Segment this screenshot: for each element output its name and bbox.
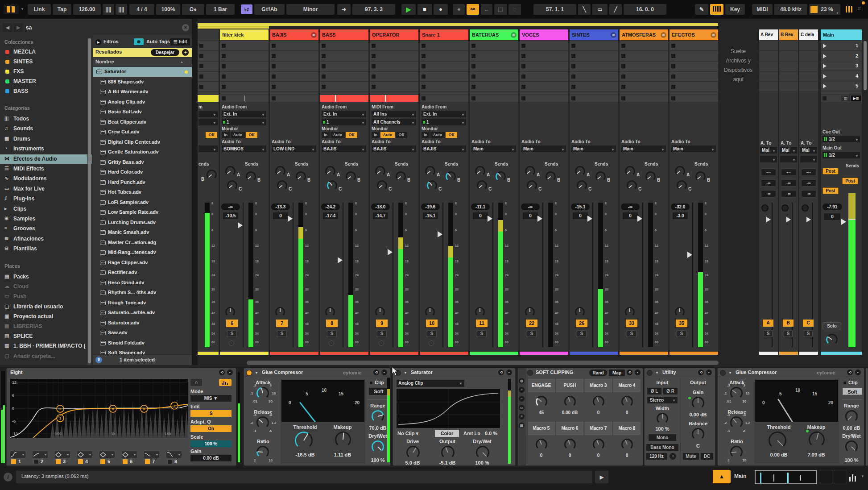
- clip-slot-partial[interactable]: [198, 92, 219, 95]
- track-header[interactable]: B Rev: [779, 29, 798, 40]
- clip-slot[interactable]: [779, 82, 798, 92]
- bass-audition-icon[interactable]: ∩: [670, 453, 676, 460]
- sidebar-item-place[interactable]: ▤Packs: [0, 272, 92, 282]
- solo-button[interactable]: S: [764, 330, 773, 337]
- save-preset-icon[interactable]: ▪: [706, 370, 712, 375]
- track-letter-button[interactable]: C: [803, 320, 814, 327]
- volume-fader-handle[interactable]: [288, 216, 293, 222]
- clip-slot-playing-row[interactable]: [570, 95, 618, 102]
- clip-slot[interactable]: [270, 72, 318, 82]
- fader-track[interactable]: [293, 203, 293, 347]
- clip-slot[interactable]: [220, 62, 269, 71]
- return-send-field[interactable]: -∞: [801, 179, 816, 187]
- follow-actions-icon[interactable]: ▶≣: [851, 96, 861, 101]
- clip-slot-playing-row[interactable]: [420, 95, 468, 102]
- send-knob-c[interactable]: [226, 179, 238, 191]
- phase-left-button[interactable]: Ø L: [647, 388, 661, 394]
- return-send-field[interactable]: -∞: [761, 190, 776, 197]
- volume-fader-handle[interactable]: [637, 216, 642, 222]
- clip-slot-partial[interactable]: [520, 92, 568, 95]
- send-knob-c[interactable]: [276, 179, 288, 191]
- track-number-button[interactable]: 7: [276, 320, 288, 327]
- volume-value-field[interactable]: -∞: [621, 203, 640, 210]
- send-knob-b[interactable]: [694, 170, 707, 183]
- send-knob-b[interactable]: [245, 170, 257, 183]
- clip-slot-playing-row[interactable]: [470, 95, 518, 102]
- gain-range-field[interactable]: 0: [273, 212, 288, 219]
- list-item[interactable]: Digital Clip Center.adv: [93, 137, 192, 147]
- clip-slot[interactable]: [320, 41, 368, 51]
- nudge-up-icon[interactable]: ||||: [116, 4, 127, 15]
- play-button[interactable]: ▶: [401, 4, 416, 15]
- chevron-down-icon[interactable]: ▼: [861, 474, 864, 478]
- clip-slot[interactable]: [759, 82, 778, 92]
- clip-slot-playing-row[interactable]: [370, 95, 418, 102]
- output-type-menu[interactable]: BAJIS▼: [322, 145, 366, 152]
- list-item[interactable]: Rough Tone.adv: [93, 298, 192, 308]
- browser-forward-button[interactable]: ▶: [13, 23, 23, 32]
- send-knob-a[interactable]: [324, 165, 336, 177]
- stop-button[interactable]: ■: [417, 4, 432, 15]
- clip-slot-partial[interactable]: [320, 92, 368, 95]
- macro-knob[interactable]: [592, 395, 605, 408]
- loop-button[interactable]: ▭: [592, 4, 608, 15]
- record-button[interactable]: ●: [434, 4, 448, 15]
- column-header-name[interactable]: Nombre▲: [93, 58, 192, 66]
- clip-slot[interactable]: [470, 62, 518, 71]
- warning-button[interactable]: ▲: [713, 470, 731, 483]
- makeup-knob[interactable]: [334, 431, 352, 448]
- input-channel-menu[interactable]: 1▼: [322, 119, 366, 125]
- clip-slot[interactable]: [670, 62, 718, 71]
- clip-slot[interactable]: [370, 41, 418, 51]
- range-knob[interactable]: [371, 409, 385, 424]
- input-type-menu[interactable]: Ext. In▼: [322, 111, 366, 117]
- solo-button[interactable]: S: [627, 330, 637, 337]
- eq-band-shape-menu[interactable]: [10, 451, 25, 458]
- clip-slot[interactable]: [779, 41, 798, 51]
- track-header[interactable]: ATMOSFERAS≋: [620, 29, 668, 40]
- solo-button[interactable]: S: [577, 330, 587, 337]
- clip-slot[interactable]: [320, 62, 368, 71]
- scene-play-icon[interactable]: [823, 74, 827, 79]
- return-send-field[interactable]: -∞: [761, 169, 776, 176]
- send-knob-c[interactable]: [676, 179, 688, 191]
- volume-fader-handle[interactable]: [766, 217, 771, 222]
- send-knob-b[interactable]: [345, 170, 357, 183]
- back-to-arrangement-icon[interactable]: ◫: [841, 96, 850, 101]
- release-knob[interactable]: [256, 415, 270, 430]
- eq-band-shape-menu[interactable]: [33, 451, 48, 458]
- send-knob-c[interactable]: [576, 179, 588, 191]
- phase-right-button[interactable]: Ø R: [663, 388, 678, 394]
- eq-band-shape-menu[interactable]: [77, 451, 92, 458]
- output-type-menu[interactable]: BOMBOS▼: [222, 145, 266, 152]
- solo-button[interactable]: S: [527, 330, 537, 337]
- macro-knob[interactable]: [535, 395, 548, 408]
- device-activator-toggle[interactable]: [527, 370, 533, 376]
- output-type-menu[interactable]: Main▼: [621, 145, 666, 152]
- send-knob-a[interactable]: [474, 165, 486, 177]
- clip-slot-partial[interactable]: [270, 92, 318, 95]
- monitor-off-button[interactable]: Off: [206, 132, 217, 138]
- sidebar-item-category[interactable]: ⎎Plug-Ins: [0, 194, 92, 203]
- clip-slot[interactable]: [198, 41, 219, 51]
- clip-slot[interactable]: [320, 72, 368, 82]
- clip-slot[interactable]: [620, 41, 668, 51]
- clip-slot-partial[interactable]: [670, 92, 718, 95]
- clip-playing[interactable]: [198, 95, 219, 102]
- clip-slot[interactable]: [220, 72, 269, 82]
- scene-slot[interactable]: 3: [821, 61, 862, 71]
- eq-graph-display[interactable]: 135671260-6-121001k10k: [10, 379, 188, 438]
- clip-slot[interactable]: [420, 41, 468, 51]
- clip-slot-partial[interactable]: [470, 92, 518, 95]
- auto-tags-eye-icon[interactable]: ◉: [134, 38, 144, 45]
- ratio-knob[interactable]: [256, 445, 270, 459]
- list-item[interactable]: Basic Soft.adv: [93, 107, 192, 117]
- track-header[interactable]: [198, 29, 219, 40]
- clip-slot[interactable]: [670, 51, 718, 61]
- clip-slot[interactable]: [270, 51, 318, 61]
- clip-slot[interactable]: [670, 82, 718, 92]
- device-fold-icon[interactable]: ▼: [655, 371, 659, 375]
- add-filter-button[interactable]: +: [182, 49, 189, 56]
- track-number-button[interactable]: 9: [376, 320, 388, 327]
- device-activator-toggle[interactable]: [720, 370, 726, 376]
